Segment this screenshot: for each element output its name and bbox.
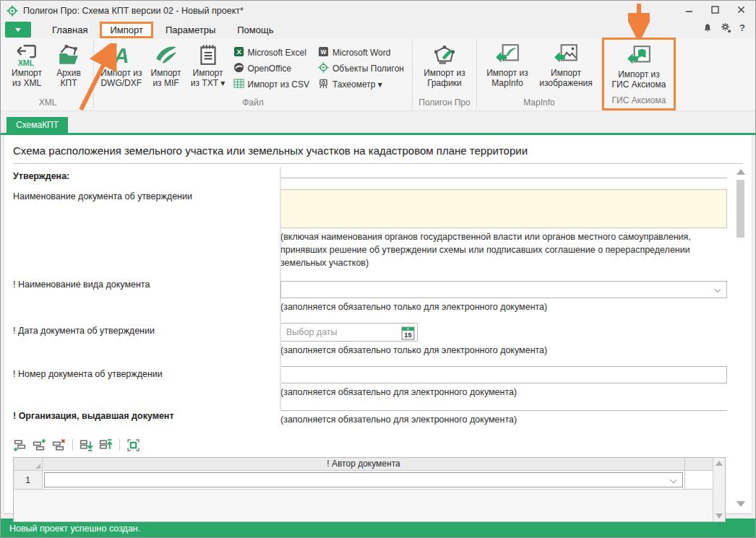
field-label: ! Дата документа об утверждении xyxy=(13,321,280,357)
insert-row-button[interactable] xyxy=(33,438,46,452)
ribbon: XML Импорт из XML Ар xyxy=(1,38,755,111)
svg-text:W: W xyxy=(321,48,327,56)
import-openoffice-button[interactable]: OpenOffice xyxy=(233,62,310,75)
title-bar: Полигон Про: Схема КПТ версии 02 - Новый… xyxy=(1,1,755,21)
column-header-author[interactable]: ! Автор документа xyxy=(43,458,685,470)
field-label: ! Организация, выдавшая документ xyxy=(13,407,280,427)
polygon-crosshair-icon xyxy=(318,62,329,75)
svg-text:A: A xyxy=(113,43,129,66)
scroll-down-arrow-icon[interactable] xyxy=(716,513,723,519)
group-label-file: Файл xyxy=(98,97,408,110)
scroll-up-arrow-icon[interactable] xyxy=(716,461,723,466)
scroll-up-arrow-icon[interactable] xyxy=(736,169,745,175)
svg-text:15: 15 xyxy=(404,330,412,338)
import-from-gis-axioma-button[interactable]: Импорт из ГИС Аксиома xyxy=(608,42,670,90)
minimize-button[interactable] xyxy=(683,4,695,14)
import-word-button[interactable]: W Microsoft Word xyxy=(318,46,404,59)
scrollbar-thumb[interactable] xyxy=(736,180,744,238)
calendar-icon[interactable]: 15 xyxy=(401,325,415,340)
import-polygon-objects-button[interactable]: Объекты Полигон xyxy=(318,62,404,75)
table-scrollbar[interactable] xyxy=(713,458,725,521)
form-row-organization: ! Организация, выдавшая документ (заполн… xyxy=(4,407,752,427)
ribbon-group-polygon-pro: Импорт из Графики Полигон Про xyxy=(413,38,476,110)
tab-parametry[interactable]: Параметры xyxy=(156,22,225,38)
table-row: 1 xyxy=(14,471,713,490)
excel-icon: X xyxy=(233,46,244,59)
maximize-button[interactable] xyxy=(709,4,721,14)
move-row-up-button[interactable] xyxy=(99,438,113,452)
import-mif-button[interactable]: Импорт из MIF xyxy=(145,40,187,88)
toolbar-separator xyxy=(119,439,120,451)
organization-field[interactable] xyxy=(280,407,727,411)
import-txt-button[interactable]: Импорт из TXT ▾ xyxy=(187,40,229,88)
status-message: Новый проект успешно создан. xyxy=(9,524,140,534)
import-excel-button[interactable]: X Microsoft Excel xyxy=(233,46,310,59)
approved-field[interactable] xyxy=(280,170,727,178)
main-content: Схема расположения земельного участка ил… xyxy=(4,135,752,514)
graphics-pentagon-icon xyxy=(432,41,457,68)
import-from-xml-button[interactable]: XML Импорт из XML xyxy=(6,40,48,88)
gis-axioma-import-icon xyxy=(626,43,652,69)
expand-table-button[interactable] xyxy=(126,438,140,452)
form-scrollbar[interactable] xyxy=(736,169,745,507)
group-label-gis-axioma: ГИС Аксиома xyxy=(608,95,670,108)
doc-date-input[interactable]: Выбор даты 15 xyxy=(280,323,418,342)
form-row-doc-name: Наименование документа об утверждении (в… xyxy=(4,187,752,269)
openoffice-icon xyxy=(233,62,244,75)
app-menu-caret-icon xyxy=(15,28,21,32)
archive-kpt-button[interactable]: Архив КПТ xyxy=(48,40,90,88)
import-dwg-dxf-button[interactable]: A Импорт из DWG/DXF xyxy=(98,40,145,88)
approval-doc-name-textarea[interactable] xyxy=(280,189,727,228)
doc-number-input[interactable] xyxy=(280,366,727,383)
close-button[interactable] xyxy=(735,4,747,14)
form: Утверждена: Наименование документа об ут… xyxy=(4,164,752,426)
doc-type-combobox[interactable] xyxy=(280,281,727,298)
chevron-down-icon xyxy=(670,477,676,483)
word-icon: W xyxy=(318,46,329,59)
author-combobox[interactable] xyxy=(44,472,683,487)
field-hint: (заполняется обязательно только для элек… xyxy=(280,301,727,314)
tab-glavnaya[interactable]: Главная xyxy=(43,22,97,38)
csv-table-icon xyxy=(233,78,244,91)
ribbon-tab-strip: Главная Импорт Параметры Помощь xyxy=(1,21,755,38)
import-image-button[interactable]: Импорт изображения xyxy=(534,40,598,88)
mapinfo-import-icon xyxy=(494,41,520,68)
field-label: Наименование документа об утверждении xyxy=(13,187,280,269)
group-label-polygon-pro: Полигон Про xyxy=(416,97,473,110)
document-tab-strip: СхемаКПТ xyxy=(1,111,755,135)
scroll-down-arrow-icon[interactable] xyxy=(736,501,745,507)
tab-shema-kpt[interactable]: СхемаКПТ xyxy=(7,117,68,133)
move-row-down-button[interactable] xyxy=(80,438,93,452)
page-title: Схема расположения земельного участка ил… xyxy=(13,135,743,164)
delete-row-button[interactable] xyxy=(52,438,66,452)
row-number-cell[interactable]: 1 xyxy=(14,471,43,489)
tab-pomosch[interactable]: Помощь xyxy=(228,22,283,38)
ribbon-group-mapinfo: Импорт из MapInfo Импорт изображения xyxy=(477,38,601,110)
author-table: ! Автор документа 1 xyxy=(13,457,726,522)
field-label: ! Наименование вида документа xyxy=(13,275,280,314)
app-menu-button[interactable] xyxy=(5,22,31,38)
add-row-button[interactable] xyxy=(13,438,27,452)
field-hint: (заполняется обязательно для электронног… xyxy=(280,414,727,427)
import-from-mapinfo-button[interactable]: Импорт из MapInfo xyxy=(481,40,534,88)
svg-text:XML: XML xyxy=(18,58,35,66)
date-placeholder: Выбор даты xyxy=(281,327,401,337)
form-row-approved: Утверждена: xyxy=(4,167,752,181)
import-xml-icon: XML xyxy=(14,41,39,68)
ribbon-group-file: A Импорт из DWG/DXF Импорт из MIF xyxy=(94,38,412,110)
corner-triangle-icon xyxy=(35,464,40,469)
field-hint: (включая наименования органов государств… xyxy=(280,231,727,269)
image-import-icon xyxy=(553,41,579,68)
form-row-doc-date: ! Дата документа об утверждении Выбор да… xyxy=(4,321,752,357)
import-from-graphics-button[interactable]: Импорт из Графики xyxy=(416,40,473,88)
tab-import[interactable]: Импорт xyxy=(100,22,153,38)
field-label: Утверждена: xyxy=(13,167,280,181)
autocad-icon: A xyxy=(109,41,134,68)
form-row-doc-number: ! Номер документа об утверждении (заполн… xyxy=(4,365,752,399)
table-header-extra-cell xyxy=(685,458,713,470)
field-hint: (заполняется обязательно для электронног… xyxy=(280,386,727,399)
import-csv-button[interactable]: Импорт из CSV xyxy=(233,78,310,91)
author-cell xyxy=(43,471,685,489)
import-tacheometer-button[interactable]: Тахеометр ▾ xyxy=(318,78,404,91)
table-corner-cell[interactable] xyxy=(14,458,43,470)
